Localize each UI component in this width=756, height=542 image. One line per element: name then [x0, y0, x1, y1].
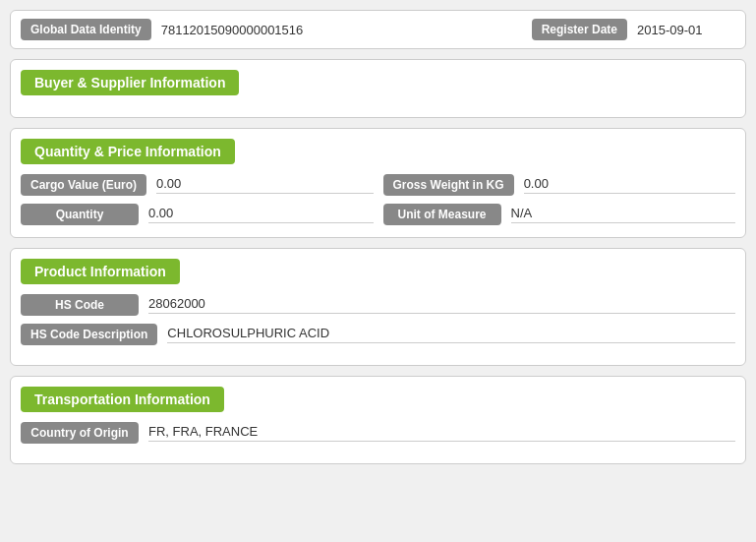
cargo-value-pair: Cargo Value (Euro) 0.00	[21, 174, 374, 196]
transportation-body: Country of Origin FR, FRA, FRANCE	[11, 422, 745, 444]
gross-weight-value: 0.00	[524, 176, 735, 194]
transportation-title: Transportation Information	[21, 387, 224, 412]
product-body: HS Code 28062000 HS Code Description CHL…	[11, 294, 745, 345]
buyer-supplier-title: Buyer & Supplier Information	[21, 70, 239, 95]
page: Global Data Identity 7811201509000000151…	[0, 0, 756, 542]
global-data-identity-value: 78112015090000001516	[161, 23, 336, 37]
cargo-value: 0.00	[156, 176, 373, 194]
unit-of-measure-label: Unit of Measure	[383, 204, 501, 225]
buyer-supplier-section: Buyer & Supplier Information	[10, 59, 746, 118]
register-date-value: 2015-09-01	[637, 23, 735, 37]
register-date-label: Register Date	[532, 19, 627, 40]
product-title: Product Information	[21, 259, 180, 284]
hs-code-label: HS Code	[21, 294, 139, 316]
transportation-section: Transportation Information Country of Or…	[10, 376, 746, 464]
quantity-pair: Quantity 0.00	[21, 204, 374, 225]
quantity-price-row1: Cargo Value (Euro) 0.00 Gross Weight in …	[21, 174, 735, 196]
gross-weight-label: Gross Weight in KG	[383, 174, 514, 196]
quantity-price-title: Quantity & Price Information	[21, 139, 235, 164]
header-row: Global Data Identity 7811201509000000151…	[10, 10, 746, 49]
product-section: Product Information HS Code 28062000 HS …	[10, 248, 746, 366]
country-of-origin-value: FR, FRA, FRANCE	[148, 424, 735, 442]
hs-code-desc-label: HS Code Description	[21, 324, 157, 345]
cargo-value-label: Cargo Value (Euro)	[21, 174, 146, 196]
hs-code-desc-value: CHLOROSULPHURIC ACID	[167, 326, 735, 343]
hs-code-row: HS Code 28062000	[21, 294, 735, 316]
global-data-identity-label: Global Data Identity	[21, 19, 151, 40]
unit-of-measure-pair: Unit of Measure N/A	[383, 204, 736, 225]
quantity-label: Quantity	[21, 204, 139, 225]
gross-weight-pair: Gross Weight in KG 0.00	[383, 174, 736, 196]
unit-of-measure-value: N/A	[511, 206, 736, 223]
hs-code-value: 28062000	[148, 296, 735, 314]
hs-code-desc-row: HS Code Description CHLOROSULPHURIC ACID	[21, 324, 735, 345]
country-of-origin-row: Country of Origin FR, FRA, FRANCE	[21, 422, 735, 444]
quantity-price-body: Cargo Value (Euro) 0.00 Gross Weight in …	[11, 174, 745, 225]
country-of-origin-label: Country of Origin	[21, 422, 139, 444]
quantity-price-row2: Quantity 0.00 Unit of Measure N/A	[21, 204, 735, 225]
quantity-price-section: Quantity & Price Information Cargo Value…	[10, 128, 746, 238]
quantity-value: 0.00	[148, 206, 374, 223]
